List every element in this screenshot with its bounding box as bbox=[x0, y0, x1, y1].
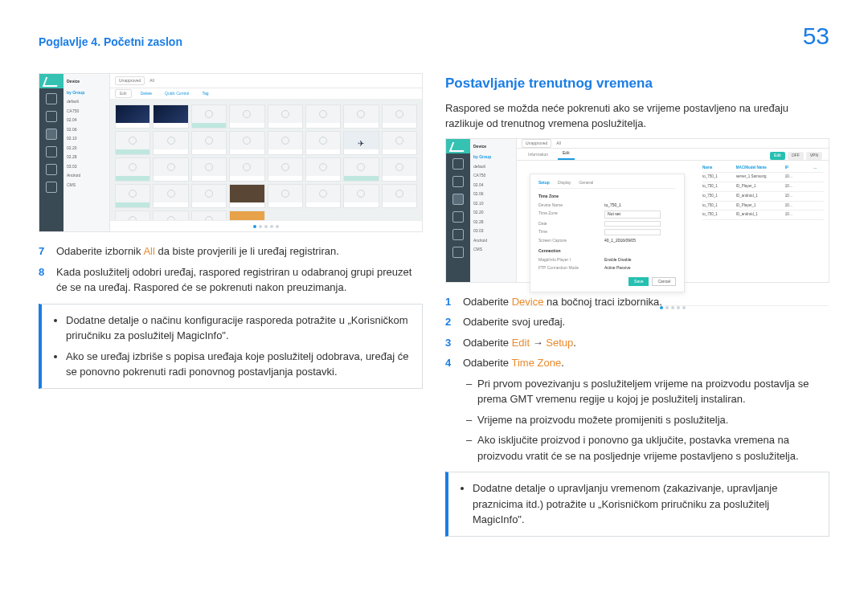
device-thumb[interactable] bbox=[343, 184, 379, 208]
sidebar-item[interactable]: 02.04 bbox=[67, 116, 106, 125]
table-row[interactable]: to_750_1ID_Player_110… bbox=[702, 182, 824, 192]
chip-edit[interactable]: Edit bbox=[770, 152, 785, 160]
sidebar-item[interactable]: 02.06 bbox=[67, 125, 106, 135]
device-thumb[interactable] bbox=[115, 131, 150, 155]
table-row[interactable]: to_750_1server_1 Samsung10… bbox=[702, 173, 824, 182]
sidebar-item[interactable]: default bbox=[67, 97, 106, 107]
timezone-select[interactable]: Not set bbox=[604, 210, 661, 219]
panel-tab-setup[interactable]: Setup bbox=[538, 180, 550, 186]
nav-icon[interactable] bbox=[452, 211, 464, 223]
sidebar-item[interactable]: default bbox=[473, 162, 513, 172]
nav-icon[interactable] bbox=[46, 93, 57, 104]
device-thumb[interactable] bbox=[268, 157, 303, 182]
device-thumb[interactable] bbox=[382, 104, 417, 129]
sidebar-item[interactable]: CA750 bbox=[67, 107, 106, 116]
nav-icon[interactable] bbox=[452, 247, 464, 258]
sidebar-item[interactable]: 03.03 bbox=[473, 227, 513, 236]
device-thumb[interactable] bbox=[343, 131, 379, 155]
tab-unapproved[interactable]: Unapproved bbox=[522, 139, 551, 149]
device-thumb[interactable] bbox=[343, 157, 379, 182]
device-thumb[interactable] bbox=[115, 157, 150, 182]
radio-group[interactable]: Enable Disable bbox=[604, 257, 632, 264]
nav-icon[interactable] bbox=[46, 146, 57, 157]
device-thumb[interactable] bbox=[191, 184, 227, 208]
device-thumb[interactable] bbox=[305, 104, 341, 129]
save-button[interactable]: Save bbox=[628, 277, 649, 287]
quickcontrol-button[interactable]: Quick Control bbox=[161, 90, 193, 98]
tab-all[interactable]: All bbox=[556, 141, 561, 147]
nav-icon[interactable] bbox=[452, 176, 464, 187]
nav-device-icon[interactable] bbox=[452, 194, 464, 205]
panel-tab-display[interactable]: Display bbox=[558, 180, 571, 186]
sidebar-item[interactable]: by Group bbox=[473, 153, 513, 162]
device-thumb[interactable] bbox=[229, 210, 264, 220]
radio-group[interactable]: Active Passive bbox=[604, 265, 631, 272]
sidebar-item[interactable]: 02.20 bbox=[473, 208, 513, 218]
sidebar-item[interactable]: 02.28 bbox=[67, 153, 106, 162]
sidebar-item[interactable]: CMS bbox=[473, 245, 513, 255]
device-thumb[interactable] bbox=[305, 184, 341, 208]
th[interactable]: IP bbox=[785, 166, 811, 171]
device-thumb[interactable] bbox=[153, 210, 188, 220]
nav-icon[interactable] bbox=[452, 158, 464, 170]
table-row[interactable]: to_750_1ID_Player_110… bbox=[702, 202, 824, 211]
th[interactable]: MAC/Model Name bbox=[736, 166, 783, 171]
sidebar-item[interactable]: 02.10 bbox=[473, 199, 513, 209]
sidebar-item[interactable]: 03.03 bbox=[67, 162, 106, 172]
table-row[interactable]: to_750_1ID_android_110… bbox=[702, 210, 824, 220]
device-thumb[interactable] bbox=[382, 184, 417, 208]
sidebar-item[interactable]: Android bbox=[67, 171, 106, 181]
tab-unapproved[interactable]: Unapproved bbox=[115, 76, 145, 86]
device-thumb[interactable] bbox=[191, 104, 227, 129]
device-thumb[interactable] bbox=[268, 184, 303, 208]
delete-button[interactable]: Delete bbox=[137, 90, 156, 98]
device-thumb[interactable] bbox=[115, 104, 150, 129]
panel-tab-general[interactable]: General bbox=[579, 180, 593, 186]
device-thumb[interactable] bbox=[153, 184, 188, 208]
sidebar-item[interactable]: CMS bbox=[67, 181, 106, 190]
th[interactable]: Name bbox=[702, 166, 734, 171]
cancel-button[interactable]: Cancel bbox=[652, 277, 676, 287]
sidebar-item[interactable]: 02.20 bbox=[67, 144, 106, 153]
edit-button[interactable]: Edit bbox=[115, 89, 132, 99]
pager[interactable] bbox=[110, 220, 422, 231]
sidebar-item[interactable]: 02.28 bbox=[473, 218, 513, 227]
device-thumb[interactable] bbox=[153, 131, 188, 155]
device-thumb[interactable] bbox=[229, 184, 264, 208]
date-input[interactable] bbox=[604, 221, 661, 227]
device-thumb[interactable] bbox=[191, 131, 227, 155]
device-thumb[interactable] bbox=[229, 131, 264, 155]
device-thumb[interactable] bbox=[382, 131, 417, 155]
sidebar-item[interactable]: 02.06 bbox=[473, 190, 513, 199]
device-thumb[interactable] bbox=[229, 104, 264, 129]
device-thumb[interactable] bbox=[305, 131, 341, 155]
tab-all[interactable]: All bbox=[149, 78, 154, 84]
device-thumb[interactable] bbox=[115, 210, 150, 220]
device-thumb[interactable] bbox=[115, 184, 150, 208]
device-thumb[interactable] bbox=[268, 104, 303, 129]
chip-vpn[interactable]: VPN bbox=[806, 152, 822, 160]
device-thumb[interactable] bbox=[382, 157, 417, 182]
device-thumb[interactable] bbox=[305, 157, 341, 182]
nav-device-icon[interactable] bbox=[46, 129, 57, 140]
device-thumb[interactable] bbox=[229, 157, 264, 182]
tab-information[interactable]: Information bbox=[523, 150, 553, 160]
device-thumb[interactable] bbox=[268, 131, 303, 155]
nav-icon[interactable] bbox=[46, 182, 57, 193]
tab-edit[interactable]: Edit bbox=[558, 149, 575, 160]
nav-icon[interactable] bbox=[46, 111, 57, 122]
sidebar-item[interactable]: CA750 bbox=[473, 171, 513, 181]
chip-off[interactable]: OFF bbox=[788, 152, 804, 160]
device-thumb[interactable] bbox=[191, 157, 227, 182]
device-thumb[interactable] bbox=[153, 104, 188, 129]
device-thumb[interactable] bbox=[153, 157, 188, 182]
sidebar-item[interactable]: Android bbox=[473, 236, 513, 246]
sidebar-item[interactable]: by Group bbox=[67, 88, 106, 98]
th[interactable]: … bbox=[813, 166, 824, 171]
nav-icon[interactable] bbox=[452, 229, 464, 240]
sidebar-item[interactable]: 02.04 bbox=[473, 181, 513, 190]
device-thumb[interactable] bbox=[191, 210, 227, 220]
device-thumb[interactable] bbox=[343, 104, 379, 129]
tag-button[interactable]: Tag bbox=[198, 90, 212, 98]
nav-icon[interactable] bbox=[46, 164, 57, 175]
